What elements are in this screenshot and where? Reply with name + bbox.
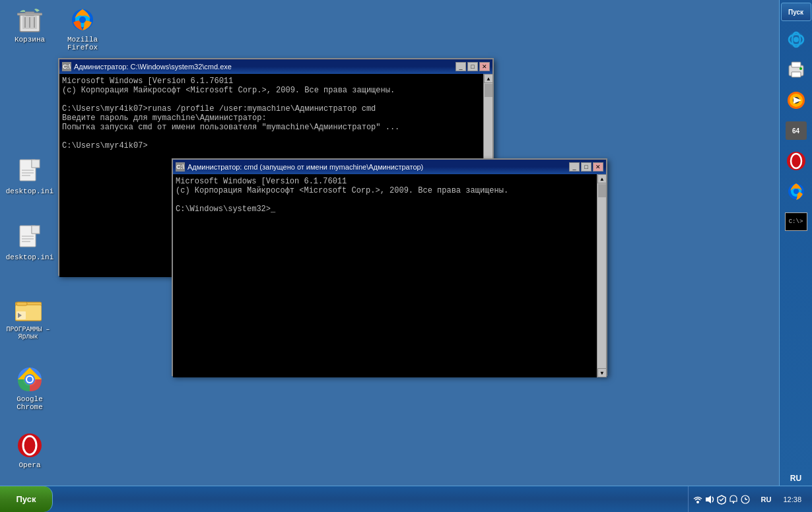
cmd-line: Microsoft Windows [Version 6.1.76011	[62, 77, 481, 86]
cmd-buttons-2: _ □ ✕	[569, 162, 603, 172]
svg-point-50	[794, 189, 799, 194]
start-button[interactable]: Пуск	[0, 486, 53, 512]
tray-notification-icon[interactable]	[728, 494, 739, 505]
cmd-body-2[interactable]: Microsoft Windows [Version 6.1.76011 (c)…	[173, 174, 606, 377]
tray-clock-icon	[740, 494, 751, 505]
svg-rect-54	[733, 502, 734, 503]
cmd-scrollbar-2[interactable]: ▲ ▼	[597, 174, 606, 377]
opera-icon[interactable]: Opera	[7, 432, 53, 469]
cmd-line: Попытка запуска cmd от имени пользовател…	[62, 123, 481, 132]
cmd-minimize-1[interactable]: _	[456, 62, 466, 71]
programs-label: ПРОГРАММЫ – Ярлык	[3, 326, 53, 340]
svg-rect-16	[32, 226, 40, 234]
svg-point-37	[794, 37, 799, 42]
sidebar-ie-btn[interactable]	[782, 25, 811, 54]
cmd-scroll-up-1[interactable]: ▲	[484, 74, 493, 83]
sidebar-mediaplayer-btn[interactable]	[782, 86, 811, 115]
sidebar-start-btn[interactable]: Пуск	[781, 3, 811, 21]
cmd-scroll-thumb-1[interactable]	[485, 84, 492, 97]
svg-point-9	[79, 16, 86, 23]
firefox-icon[interactable]: Mozilla Firefox	[59, 7, 106, 51]
cmd-minimize-2[interactable]: _	[569, 162, 580, 172]
start-label: Пуск	[17, 494, 36, 504]
cmd-scroll-up-2[interactable]: ▲	[597, 174, 607, 183]
cmd-titlebar-1[interactable]: C:\ Администратор: C:\Windows\system32\c…	[59, 59, 492, 74]
cmd-close-2[interactable]: ✕	[593, 162, 603, 172]
cmd-line	[62, 95, 481, 104]
cmd-window-2: C:\ Администратор: cmd (запущено от имен…	[172, 158, 607, 376]
cmd-title-2: Администратор: cmd (запущено от имени my…	[187, 163, 569, 171]
cmd-icon-1: C:\	[62, 62, 71, 71]
cmd-close-1[interactable]: ✕	[479, 62, 490, 71]
svg-rect-24	[17, 302, 27, 305]
cmd-line	[176, 195, 594, 205]
svg-rect-40	[792, 72, 801, 77]
cmd-line: Microsoft Windows [Version 6.1.76011	[176, 177, 594, 186]
taskbar-right: RU 12:38	[683, 486, 812, 512]
tray-lang[interactable]: RU	[757, 496, 776, 503]
cmd-icon-2: C:\	[176, 162, 185, 172]
cmd-line: C:\Windows\system32>_	[176, 205, 594, 214]
taskbar: Пуск	[0, 486, 812, 512]
cmd-title-1: Администратор: C:\Windows\system32\cmd.e…	[74, 63, 456, 71]
svg-marker-52	[706, 496, 711, 503]
tray-time: 12:38	[778, 496, 807, 503]
recycle-bin-label: Корзина	[15, 36, 45, 44]
cmd-line: C:\Users\myr4ik07>	[62, 141, 481, 150]
cmd-buttons-1: _ □ ✕	[456, 62, 490, 71]
sidebar-cmd-btn[interactable]: C:\>	[782, 207, 811, 236]
tray-network-icon[interactable]	[693, 494, 703, 505]
taskbar-items	[53, 486, 683, 512]
desktop-ini-2-label: desktop.ini	[6, 253, 54, 261]
svg-rect-11	[32, 160, 40, 168]
chrome-icon[interactable]: Google Chrome	[7, 366, 53, 411]
cmd-maximize-1[interactable]: □	[467, 62, 478, 71]
cmd-titlebar-2[interactable]: C:\ Администратор: cmd (запущено от имен…	[173, 160, 606, 174]
sidebar-opera-btn[interactable]	[782, 146, 811, 176]
lang-indicator[interactable]: RU	[788, 471, 804, 486]
desktop-ini-1-icon[interactable]: desktop.ini	[7, 158, 53, 195]
svg-rect-39	[792, 62, 801, 67]
cmd-line	[62, 132, 481, 141]
tray-icons	[688, 486, 755, 512]
right-sidebar: Пуск 64	[779, 0, 812, 486]
cmd-line: C:\Users\myr4ik07>runas /profile /user:m…	[62, 104, 481, 113]
desktop-ini-1-label: desktop.ini	[6, 187, 54, 195]
svg-point-41	[799, 67, 802, 70]
sidebar-printer-btn[interactable]	[782, 55, 811, 84]
cmd-scroll-thumb-2[interactable]	[598, 184, 606, 197]
cmd-line: (c) Корпорация Майкрософт <Microsoft Cor…	[176, 186, 594, 195]
cmd-maximize-2[interactable]: □	[581, 162, 592, 172]
desktop-ini-2-icon[interactable]: desktop.ini	[7, 224, 53, 261]
cmd-scroll-down-2[interactable]: ▼	[597, 368, 607, 377]
programs-folder-icon[interactable]: ПРОГРАММЫ – Ярлык	[3, 297, 53, 340]
recycle-bin-icon[interactable]: Корзина	[7, 7, 53, 44]
svg-point-51	[696, 501, 699, 503]
cmd-line: (c) Корпорация Майкрософт <Microsoft Cor…	[62, 86, 481, 95]
tray-volume-icon[interactable]	[704, 494, 715, 505]
chrome-label: Google Chrome	[7, 395, 53, 411]
tray-shield-icon[interactable]	[716, 494, 727, 505]
firefox-label: Mozilla Firefox	[59, 36, 106, 51]
svg-point-31	[27, 377, 32, 382]
cmd-line: Введите пароль для mymachine\Администрат…	[62, 113, 481, 123]
sidebar-start-label: Пуск	[788, 9, 803, 16]
opera-label: Opera	[18, 461, 40, 469]
svg-rect-3	[17, 13, 42, 15]
sidebar-n64-btn[interactable]: 64	[782, 116, 811, 145]
sidebar-firefox-btn[interactable]	[782, 177, 811, 206]
